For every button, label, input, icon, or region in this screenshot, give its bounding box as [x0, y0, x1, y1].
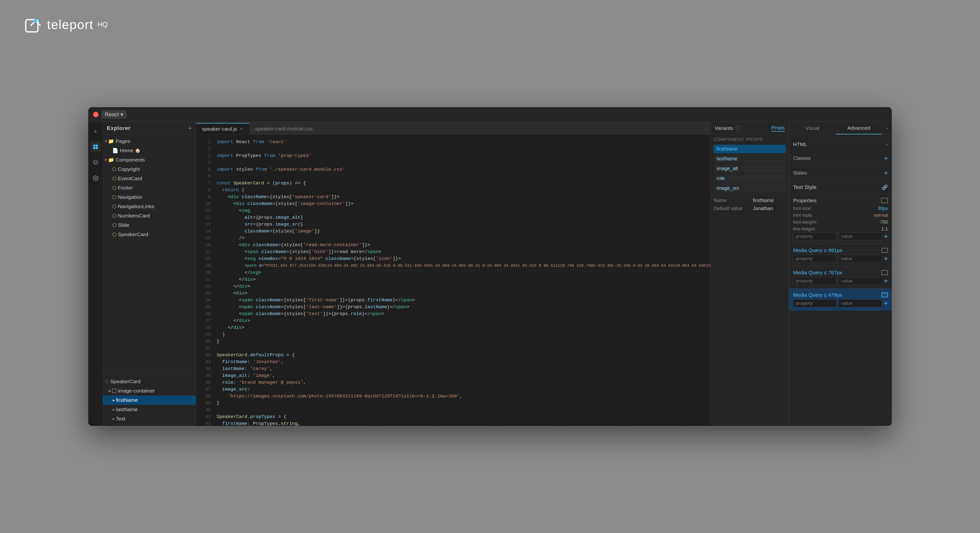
text-style-link-icon: 🔗 [882, 184, 888, 190]
code-line-16: 16 <div className={styles['read-more-con… [196, 241, 711, 248]
media-query-991-prop-row: + [793, 255, 888, 263]
mq767-add-button[interactable]: + [884, 278, 888, 284]
logo-text: teleport [47, 17, 93, 32]
prop-lastname[interactable]: lastName [714, 155, 786, 163]
activity-layers-icon[interactable] [90, 157, 101, 168]
svg-rect-3 [96, 145, 98, 147]
code-line-10: 10 <div className={styles['image-contain… [196, 200, 711, 207]
code-line-14: 14 className={styles['image']} [196, 228, 711, 235]
code-line-30: 30 } [196, 338, 711, 345]
code-line-4: 4 [196, 159, 711, 166]
code-line-40: 40 [196, 407, 711, 413]
mq479-value-input[interactable] [838, 299, 882, 307]
prop-firstname[interactable]: firstName [714, 145, 786, 153]
tree-slide[interactable]: ⬡ Slide [103, 220, 196, 230]
mq767-property-input[interactable] [793, 277, 837, 285]
states-add-btn[interactable]: + [884, 169, 888, 177]
font-size-row: font-size: 30px [793, 205, 888, 212]
mq991-value-input[interactable] [838, 255, 882, 263]
tree-numberscard[interactable]: ⬡ NumbersCard [103, 211, 196, 220]
right-panel: Visual Advanced › HTML › [789, 122, 892, 426]
framework-badge[interactable]: React ▾ [102, 110, 127, 119]
tree-footer[interactable]: ⬡ Footer [103, 183, 196, 193]
media-query-991-header: Media Query ≤ 991px [793, 246, 888, 255]
tab-js-close[interactable]: ✕ [240, 126, 243, 132]
media-query-767-screen-icon [881, 270, 888, 275]
bottom-speakercard[interactable]: ⬡ SpeakerCard [103, 377, 196, 386]
code-line-32: 32 SpeakerCard.defaultProps = { [196, 351, 711, 358]
editor-tabs: speaker-card.js ✕ speaker-card.module.cs… [196, 122, 711, 135]
code-line-12: 12 alt={props.image_alt} [196, 214, 711, 221]
footer-label: Footer [118, 185, 133, 191]
explorer-title: Explorer [107, 125, 130, 131]
tree-home-file[interactable]: 📄 Home 🏠 [103, 146, 196, 155]
font-weight-value: 700 [880, 219, 888, 225]
code-line-31: 31 [196, 345, 711, 351]
svg-point-1 [33, 19, 38, 23]
tree-components-folder[interactable]: ▾ 📁 Components [103, 155, 196, 164]
tab-js[interactable]: speaker-card.js ✕ [196, 123, 250, 134]
code-line-8: 8 return ( [196, 187, 711, 193]
value-input[interactable] [838, 232, 882, 240]
app-background: teleportHQ React ▾ ＋ [0, 0, 980, 533]
activity-settings-icon[interactable] [90, 173, 101, 184]
tab-css[interactable]: speaker-card.module.css [250, 123, 319, 134]
bottom-firstname[interactable]: ▸ firstName [103, 396, 196, 405]
property-input[interactable] [793, 232, 837, 240]
bottom-text[interactable]: ▸ Text [103, 414, 196, 423]
classes-add-btn[interactable]: + [884, 155, 888, 162]
font-style-value: normal [874, 212, 888, 218]
code-line-9: 9 <div className={styles['speaker-card']… [196, 193, 711, 200]
classes-title: Classes [793, 155, 810, 161]
code-editor: speaker-card.js ✕ speaker-card.module.cs… [196, 122, 711, 426]
tree-navigationlinks[interactable]: ⬡ NavigationLinks [103, 202, 196, 211]
code-line-1: 1 import React from 'react' [196, 139, 711, 145]
code-line-41: 41 SpeakerCard.propTypes = { [196, 413, 711, 420]
explorer-add-button[interactable]: + [188, 124, 192, 132]
code-line-22: 22 </div> [196, 283, 711, 290]
visual-tab[interactable]: Visual [789, 122, 836, 134]
activity-explorer-icon[interactable] [90, 142, 101, 152]
props-tab[interactable]: Props [771, 125, 785, 132]
code-content[interactable]: 1 import React from 'react' 2 3 import P… [196, 135, 711, 426]
code-line-25: 25 <span className={styles['last-name']}… [196, 303, 711, 310]
mq991-property-input[interactable] [793, 255, 837, 263]
prop-role[interactable]: role [714, 174, 786, 183]
prop-add-button[interactable]: + [884, 233, 888, 240]
prop-image-alt[interactable]: image_alt [714, 164, 786, 173]
tree-copyright[interactable]: ⬡ Copyright [103, 164, 196, 174]
tree-navigation[interactable]: ⬡ Navigation [103, 193, 196, 202]
activity-add-icon[interactable]: ＋ [90, 126, 101, 137]
prop-default-row: Default value Jonathan [714, 206, 786, 211]
media-query-479-screen-icon [881, 292, 888, 297]
svg-point-7 [95, 177, 96, 179]
tree-speakercard[interactable]: ⬡ SpeakerCard [103, 230, 196, 239]
line-height-row: line-height: 1.1 [793, 225, 888, 232]
bottom-lastname[interactable]: ▸ lastName [103, 405, 196, 414]
props-list: firstName lastName image_alt role image_… [714, 145, 786, 193]
advanced-tab[interactable]: Advanced [836, 122, 882, 134]
panel-collapse-btn[interactable]: › [882, 125, 892, 131]
media-query-479-prop-row: + [793, 299, 888, 307]
tree-pages-folder[interactable]: ▾ 📁 Pages [103, 137, 196, 146]
media-query-479-header: Media Query ≤ 479px [793, 290, 888, 299]
mq991-add-button[interactable]: + [884, 255, 888, 262]
font-weight-row: font-weight: 700 [793, 219, 888, 225]
prop-name-row: Name firstName [714, 198, 786, 203]
code-line-38: 38 'https://images.unsplash.com/photo-15… [196, 393, 711, 400]
html-expand-btn[interactable]: › [886, 141, 888, 148]
text-style-header: Text Style 🔗 [793, 183, 888, 192]
prop-name-value: firstName [753, 198, 774, 203]
window-close-button[interactable] [93, 112, 99, 117]
media-query-767-title: Media Query ≤ 767px [793, 270, 842, 276]
prop-image-src[interactable]: image_src [714, 184, 786, 193]
code-line-19: 19 <path d="M7021.254 877.2541328-320c24… [196, 262, 711, 269]
code-line-18: 18 <svg viewBox="0 0 1024 1024" classNam… [196, 255, 711, 262]
tree-eventcard[interactable]: ⬡ EventCard [103, 174, 196, 183]
mq479-property-input[interactable] [793, 299, 837, 307]
mq479-add-button[interactable]: + [884, 300, 888, 307]
bottom-image-container[interactable]: ▸ image-container [103, 386, 196, 396]
mq767-value-input[interactable] [838, 277, 882, 285]
text-style-title: Text Style [793, 184, 816, 190]
prop-detail-area: Name firstName Default value Jonathan [711, 195, 789, 214]
